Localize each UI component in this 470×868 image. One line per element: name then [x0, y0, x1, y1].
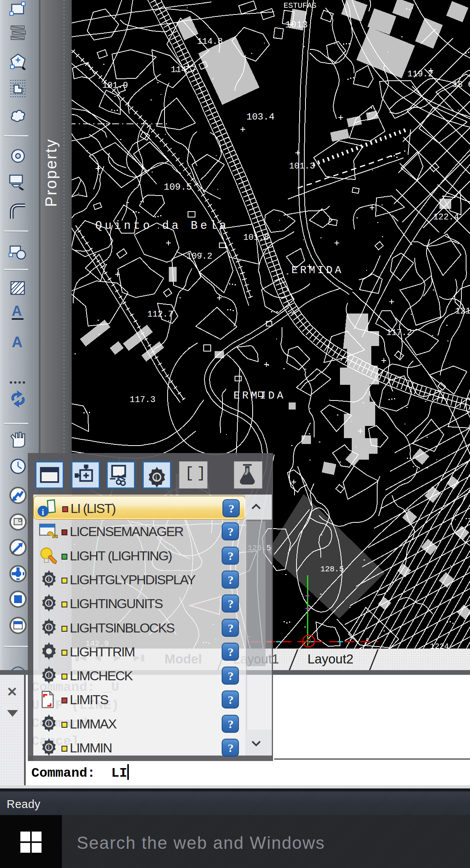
svg-text:101.3: 101.3 — [289, 161, 315, 171]
svg-text:103.4: 103.4 — [246, 112, 275, 122]
svg-text:122.4: 122.4 — [433, 212, 459, 222]
svg-text:109.5: 109.5 — [164, 182, 192, 192]
svg-text:117.3: 117.3 — [130, 395, 155, 405]
svg-text:i: i — [155, 473, 157, 482]
svg-text:119.2: 119.2 — [407, 69, 433, 79]
svg-text:101.8: 101.8 — [243, 233, 269, 243]
svg-text:1224: 1224 — [430, 642, 449, 649]
svg-text:101.9: 101.9 — [102, 81, 128, 91]
svg-text:128.5: 128.5 — [320, 565, 344, 574]
svg-text:ERMIDA: ERMIDA — [233, 390, 286, 402]
svg-text:ESTUFAS: ESTUFAS — [284, 1, 316, 10]
svg-text:112.7: 112.7 — [147, 310, 173, 319]
svg-text:117.2: 117.2 — [386, 328, 412, 338]
svg-text:114.7: 114.7 — [171, 65, 197, 75]
svg-text:A: A — [12, 334, 22, 350]
svg-text:ERMIDA: ERMIDA — [291, 265, 343, 276]
svg-text:121.5: 121.5 — [455, 306, 470, 316]
svg-text:114.8: 114.8 — [197, 37, 223, 47]
svg-text:109.2: 109.2 — [186, 252, 212, 261]
svg-text:18 6: 18 6 — [452, 80, 470, 90]
svg-text:1013: 1013 — [285, 20, 308, 30]
svg-text:A: A — [12, 303, 22, 319]
svg-text:Quinto da Bela: Quinto da Bela — [95, 219, 229, 232]
